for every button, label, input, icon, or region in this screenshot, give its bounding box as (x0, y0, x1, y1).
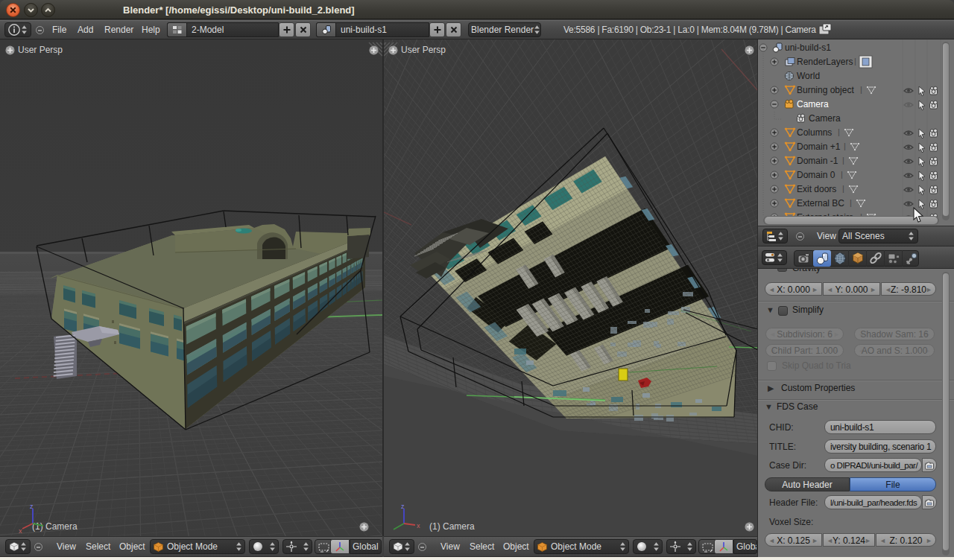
svg-text:|: | (860, 85, 862, 94)
svg-text:z: z (30, 503, 34, 510)
svg-text:|: | (842, 156, 844, 165)
svg-text:|: | (838, 127, 840, 136)
svg-text:z: z (401, 503, 405, 510)
svg-text:x: x (19, 527, 22, 534)
svg-text:x: x (417, 522, 420, 529)
svg-text:|: | (842, 184, 844, 193)
svg-text:|: | (854, 57, 856, 66)
svg-text:|: | (844, 141, 846, 150)
svg-text:|: | (850, 198, 852, 207)
svg-text:|: | (841, 170, 843, 179)
